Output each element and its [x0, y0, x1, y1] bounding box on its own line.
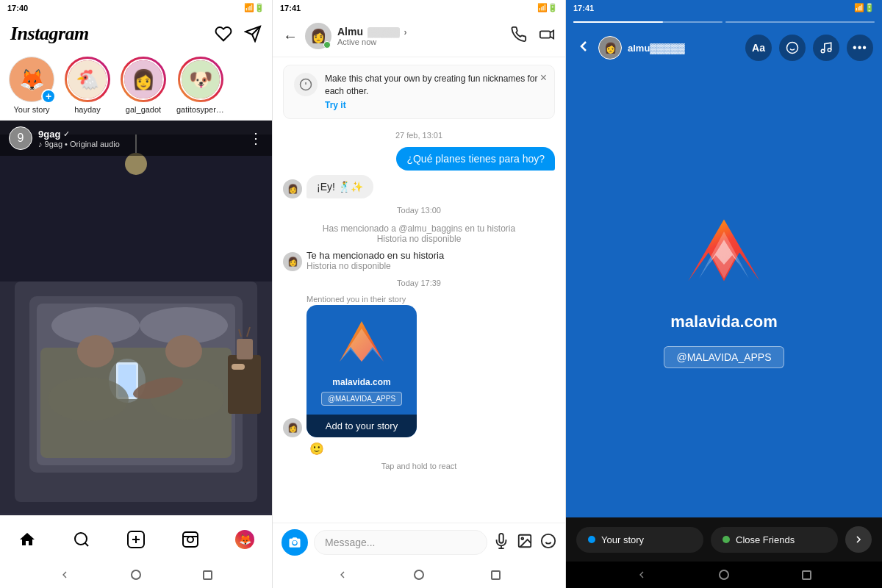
- add-story-button[interactable]: +: [41, 89, 56, 104]
- android-back-2[interactable]: [335, 567, 350, 582]
- mic-icon[interactable]: [493, 533, 509, 552]
- android-home-2[interactable]: [412, 567, 426, 582]
- svg-line-26: [85, 543, 88, 546]
- bottom-nav: 🦊: [0, 515, 272, 562]
- progress-bar-2: [725, 21, 875, 23]
- android-nav-2: [273, 562, 565, 588]
- svg-point-43: [521, 537, 523, 539]
- post-avatar: 9: [9, 126, 32, 150]
- more-options-button[interactable]: •••: [847, 35, 873, 61]
- svg-point-50: [821, 49, 825, 53]
- nav-add-post[interactable]: [120, 523, 152, 556]
- mention-received-bubble: Te ha mencionado en su historia Historia…: [306, 250, 444, 271]
- svg-marker-38: [340, 329, 384, 362]
- story-mention-card[interactable]: malavida.com @MALAVIDA_APPS Add to your …: [306, 305, 417, 437]
- story-next-button[interactable]: [845, 526, 872, 553]
- post-username: 9gag: [38, 129, 60, 140]
- message-input[interactable]: Message...: [314, 530, 487, 555]
- chat-header-icons: [511, 26, 555, 46]
- svg-rect-30: [183, 532, 198, 547]
- image-icon[interactable]: [517, 533, 533, 552]
- story-poster-name: almu▓▓▓▓▓: [628, 43, 685, 54]
- phone-icon[interactable]: [511, 26, 527, 46]
- camera-button[interactable]: [282, 529, 308, 556]
- story-domain: malavida.com: [670, 312, 778, 331]
- notice-close-button[interactable]: ×: [540, 71, 547, 85]
- sticker-icon[interactable]: [540, 533, 556, 552]
- post-user-info: 9 9gag ✓ ♪ 9gag • Original audio: [9, 126, 120, 150]
- input-icons: [493, 533, 556, 552]
- status-bar-1: 17:40 📶🔋: [0, 0, 272, 15]
- nav-home[interactable]: [11, 523, 43, 556]
- username-blur: ▓▓▓▓▓: [368, 27, 400, 37]
- chat-user-details: Almu ▓▓▓▓▓ › Active now: [337, 26, 407, 46]
- svg-point-44: [542, 534, 555, 548]
- feed-post: 9 9gag ✓ ♪ 9gag • Original audio ⋮: [0, 121, 272, 515]
- story-back-button[interactable]: [575, 37, 592, 58]
- svg-point-13: [48, 377, 129, 421]
- close-friends-label: Close Friends: [736, 534, 795, 545]
- svg-point-51: [828, 49, 831, 52]
- chat-input-row: Message...: [273, 523, 565, 562]
- chat-panel: 17:41 📶🔋 ← 👩 Almu ▓▓▓▓▓ › Active now: [272, 0, 566, 588]
- svg-point-31: [187, 537, 193, 542]
- mentioned-label: Mentioned you in their story: [306, 295, 417, 304]
- malavida-logo-mini: [332, 314, 391, 373]
- add-to-story-button[interactable]: Add to your story: [306, 415, 417, 437]
- story-item-hayday[interactable]: 🐔 hayday: [65, 57, 110, 114]
- android-recents-1[interactable]: [201, 567, 215, 582]
- msg-avatar-left-3: 👩: [283, 418, 302, 437]
- chat-user-info: 👩 Almu ▓▓▓▓▓ › Active now: [305, 23, 503, 49]
- story-card-content: malavida.com @MALAVIDA_APPS: [306, 305, 417, 415]
- instagram-feed-panel: 17:40 📶🔋 Instagram 🦊: [0, 0, 272, 588]
- story-item-gal-gadot[interactable]: 👩 gal_gadot: [121, 57, 166, 114]
- chat-header: ← 👩 Almu ▓▓▓▓▓ › Active now: [273, 15, 565, 57]
- chevron-icon: ›: [404, 27, 407, 37]
- android-home-1[interactable]: [129, 567, 143, 582]
- story-viewer-panel: 17:41 📶🔋 👩 almu▓▓▓: [566, 0, 882, 588]
- android-back-3[interactable]: [634, 567, 649, 582]
- android-home-3[interactable]: [717, 567, 731, 582]
- notice-link[interactable]: Try it: [325, 100, 346, 110]
- nav-profile[interactable]: 🦊: [229, 523, 261, 556]
- your-story-button[interactable]: Your story: [576, 527, 703, 553]
- mention-sent: Has mencionado a @almu_baggins en tu his…: [283, 222, 555, 245]
- nav-reels[interactable]: [174, 523, 207, 556]
- story-controls: 👩 almu▓▓▓▓▓ Aa: [566, 29, 882, 67]
- story-domain-mini: malavida.com: [332, 377, 390, 387]
- time-1: 17:40: [7, 4, 28, 12]
- post-more-icon[interactable]: ⋮: [248, 129, 263, 147]
- msg-mention-received: 👩 Te ha mencionado en su historia Histor…: [283, 250, 555, 271]
- msg-avatar-left-2: 👩: [283, 252, 302, 271]
- status-bar-2: 17:41 📶🔋: [273, 0, 565, 15]
- status-icons-3: 📶🔋: [854, 3, 875, 12]
- video-icon[interactable]: [539, 26, 555, 46]
- your-story-dot: [588, 536, 595, 543]
- sticker-button[interactable]: [779, 35, 806, 61]
- android-recents-3[interactable]: [800, 567, 814, 582]
- svg-point-47: [787, 43, 798, 54]
- android-nav-3: [566, 562, 882, 588]
- music-button[interactable]: [813, 35, 839, 61]
- story-item-gatitos[interactable]: 🐶 gatitosyperrito...: [176, 57, 224, 114]
- heart-icon[interactable]: [215, 25, 232, 43]
- back-button[interactable]: ←: [283, 28, 298, 45]
- nav-search[interactable]: [65, 523, 98, 556]
- story-viewer: 👩 almu▓▓▓▓▓ Aa: [566, 15, 882, 517]
- story-tag-mini: @MALAVIDA_APPS: [321, 392, 402, 406]
- old-timestamp: 27 feb, 13:01: [283, 128, 555, 143]
- header-icons: [215, 25, 262, 43]
- your-story-label: Your story: [601, 534, 644, 545]
- android-recents-2[interactable]: [489, 567, 503, 582]
- chat-active-status: Active now: [337, 37, 407, 46]
- notice-content: Make this chat your own by creating fun …: [325, 73, 544, 111]
- story-item-your-story[interactable]: 🦊 + Your story: [9, 57, 54, 114]
- send-icon[interactable]: [244, 25, 262, 43]
- time-3: 17:41: [573, 4, 594, 12]
- android-back-1[interactable]: [57, 567, 72, 582]
- close-friends-button[interactable]: Close Friends: [711, 527, 838, 553]
- post-header: 9 9gag ✓ ♪ 9gag • Original audio ⋮: [0, 121, 272, 156]
- react-emoji[interactable]: 🙂: [309, 442, 555, 456]
- notice-icon: [294, 73, 318, 96]
- text-size-button[interactable]: Aa: [745, 35, 772, 61]
